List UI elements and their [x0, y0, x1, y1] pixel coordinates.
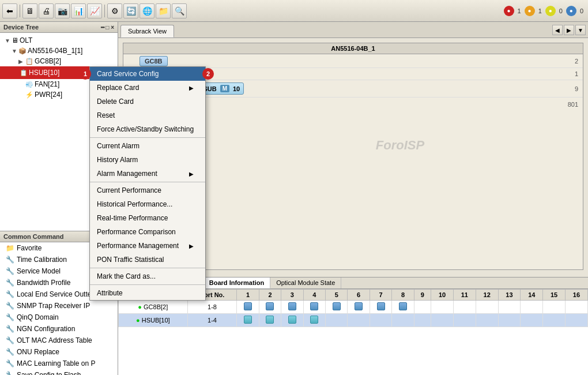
td-hsub-p1: [237, 314, 259, 327]
status-yellow-count: 0: [559, 7, 563, 14]
device-tree-header: Device Tree ━ □ ×: [0, 22, 118, 33]
td-hsub-p11: [453, 314, 476, 327]
cmd-mac-table[interactable]: 🔧 OLT MAC Address Table: [0, 335, 118, 346]
tab-nav-down[interactable]: ▼: [575, 25, 586, 35]
expand-olt[interactable]: ▼: [5, 38, 10, 44]
toolbar-search-button[interactable]: 🔍: [172, 3, 187, 18]
th-1: 1: [237, 290, 259, 301]
cmd-save-config[interactable]: 🔧 Save Config to Flash: [0, 369, 118, 375]
cmd-snmp[interactable]: 🔧 SNMP Trap Receiver IP: [0, 300, 118, 312]
td-gc8b-name: ● GC8B[2]: [119, 301, 188, 314]
menu-delete-card[interactable]: Delete Card: [90, 95, 205, 108]
tab-nav-next[interactable]: ▶: [564, 25, 574, 35]
btab-board-info[interactable]: Board Information: [203, 278, 270, 288]
tool-icon-10: 🔧: [6, 359, 14, 367]
menu-sep-3: [90, 268, 205, 268]
menu-sep-4: [90, 284, 205, 285]
cmd-ngn[interactable]: 🔧 NGN Configuration: [0, 323, 118, 335]
menu-historical-perf[interactable]: Historical Performance...: [90, 197, 205, 211]
replace-card-arrow: ▶: [189, 85, 194, 91]
tool-icon-4: 🔧: [6, 290, 14, 298]
table-row[interactable]: ● GC8B[2] 1-8: [119, 301, 588, 314]
status-yellow: ●: [545, 6, 556, 16]
menu-perf-mgmt[interactable]: Performance Management ▶: [90, 239, 205, 253]
th-15: 15: [543, 290, 566, 301]
menu-perf-comparison-label: Performance Comparison: [97, 228, 176, 236]
td-hsub-p14: [521, 314, 543, 327]
device-tree-controls: ━ □ ×: [101, 24, 114, 31]
td-gc8b-p14: [521, 301, 543, 314]
menu-mark-card-label: Mark the Card as...: [97, 272, 156, 280]
menu-reset[interactable]: Reset: [90, 108, 205, 122]
td-hsub-ports: 1-4: [187, 314, 237, 327]
th-5: 5: [326, 290, 348, 301]
menu-force-switch-label: Force Active/Standby Switching: [97, 125, 194, 133]
table-row[interactable]: ● HSUB[10] 1-4: [119, 314, 588, 327]
menu-replace-card[interactable]: Replace Card ▶: [90, 81, 205, 95]
cmd-qinq-label: QinQ Domain: [17, 313, 59, 321]
expand-an5516[interactable]: ▼: [12, 48, 17, 54]
th-7: 7: [370, 290, 391, 301]
an5516-label: AN5516-04B_1[1]: [28, 47, 82, 55]
toolbar-device-button[interactable]: 🖥: [22, 3, 37, 18]
menu-pon-traffic[interactable]: PON Traffic Statistical: [90, 253, 205, 267]
cmd-save-config-label: Save Config to Flash: [17, 371, 81, 375]
toolbar-print-button[interactable]: 🖨: [39, 3, 54, 18]
th-6: 6: [348, 290, 370, 301]
tree-item-an5516[interactable]: ▼ 📦 AN5516-04B_1[1]: [0, 46, 118, 56]
th-2: 2: [259, 290, 281, 301]
menu-force-switch[interactable]: Force Active/Standby Switching: [90, 122, 205, 136]
menu-alarm-mgmt[interactable]: Alarm Management ▶: [90, 167, 205, 181]
td-hsub-p5: [326, 314, 348, 327]
menu-history-alarm[interactable]: History Alarm: [90, 153, 205, 167]
tab-nav-prev[interactable]: ◀: [552, 25, 563, 35]
menu-attribute[interactable]: Attribute: [90, 286, 205, 300]
cmd-onu-replace[interactable]: 🔧 ONU Replace: [0, 346, 118, 358]
status-red-count: 1: [518, 7, 521, 14]
an5516-icon: 📦: [18, 47, 27, 55]
th-11: 11: [453, 290, 476, 301]
td-hsub-p16: [565, 314, 587, 327]
toolbar-refresh-button[interactable]: 🔄: [123, 3, 138, 18]
menu-current-alarm[interactable]: Current Alarm: [90, 139, 205, 153]
toolbar-separator2: [104, 5, 105, 17]
toolbar-network-button[interactable]: 🌐: [140, 3, 154, 18]
menu-card-service-config[interactable]: Card Service Config: [90, 67, 205, 81]
menu-mark-card[interactable]: Mark the Card as...: [90, 269, 205, 283]
cmd-qinq[interactable]: 🔧 QinQ Domain: [0, 312, 118, 323]
th-14: 14: [521, 290, 543, 301]
td-gc8b-p2: [259, 301, 281, 314]
btab-optical[interactable]: Optical Module State: [270, 278, 341, 288]
toolbar-chart-button[interactable]: 📊: [71, 3, 86, 18]
toolbar-folder-button[interactable]: 📁: [156, 3, 171, 18]
menu-current-perf[interactable]: Current Performance: [90, 183, 205, 197]
td-gc8b-p1: [237, 301, 259, 314]
cmd-mac-learning[interactable]: 🔧 MAC Learning Table on P: [0, 358, 118, 369]
menu-attribute-label: Attribute: [97, 289, 123, 297]
toolbar-status: ● 1 ● 1 ● 0 ● 0: [504, 6, 584, 16]
pwr-label: PWR[24]: [35, 91, 62, 99]
menu-perf-comparison[interactable]: Performance Comparison: [90, 225, 205, 239]
th-4: 4: [303, 290, 325, 301]
hsub-m-badge: M: [220, 85, 229, 92]
td-hsub-p8: [392, 314, 414, 327]
tool-icon-9: 🔧: [6, 348, 14, 356]
board-info-table: Board Name Port No. 1 2 3 4 5 6 7 8 9 10: [118, 289, 588, 375]
tree-item-olt[interactable]: ▼ 🖥 OLT: [0, 35, 118, 46]
menu-realtime-perf[interactable]: Real-time Performance: [90, 211, 205, 225]
tab-subrack-view[interactable]: Subrack View: [120, 25, 174, 38]
toolbar-back-button[interactable]: ⬅: [2, 3, 17, 18]
tab-bar: Subrack View ◀ ▶ ▼: [118, 22, 588, 38]
subrack-title: AN5516-04B_1: [123, 43, 583, 54]
expand-gc8b[interactable]: ▶: [18, 58, 24, 65]
td-gc8b-p12: [476, 301, 498, 314]
menu-perf-mgmt-label: Performance Management: [97, 242, 179, 250]
td-hsub-name: ● HSUB[10]: [119, 314, 188, 327]
td-hsub-p3: [281, 314, 303, 327]
toolbar-report-button[interactable]: 📈: [87, 3, 102, 18]
toolbar-camera-button[interactable]: 📷: [55, 3, 70, 18]
toolbar-settings-button[interactable]: ⚙: [107, 3, 122, 18]
td-gc8b-p11: [453, 301, 476, 314]
tree-item-gc8b[interactable]: ▶ 📋 GC8B[2]: [0, 56, 118, 66]
cmd-onu-replace-label: ONU Replace: [17, 348, 59, 356]
